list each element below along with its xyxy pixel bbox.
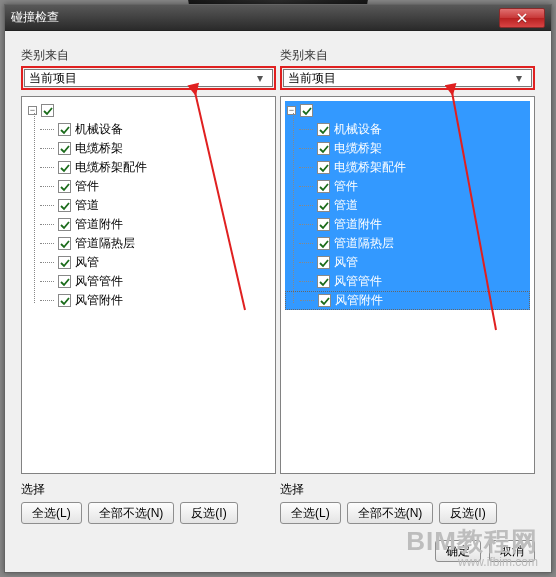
tree-root[interactable]: −: [285, 101, 530, 120]
tree-item[interactable]: 机械设备: [285, 120, 530, 139]
checkbox[interactable]: [58, 180, 71, 193]
checkbox[interactable]: [58, 161, 71, 174]
tree-item-label: 管道隔热层: [75, 235, 135, 252]
tree-item[interactable]: 管道: [26, 196, 271, 215]
tree-branch-icon: [299, 205, 313, 206]
tree-root[interactable]: −: [26, 101, 271, 120]
close-button[interactable]: [499, 8, 545, 28]
checkbox[interactable]: [58, 275, 71, 288]
chevron-down-icon: ▾: [252, 70, 268, 86]
checkbox[interactable]: [317, 218, 330, 231]
select-all-button-right[interactable]: 全选(L): [280, 502, 341, 524]
tree-item[interactable]: 机械设备: [26, 120, 271, 139]
tree-branch-icon: [299, 186, 313, 187]
cancel-button[interactable]: 取消: [489, 540, 535, 562]
tree-item[interactable]: 风管: [285, 253, 530, 272]
tree-item-label: 管道附件: [334, 216, 382, 233]
checkbox[interactable]: [317, 142, 330, 155]
select-none-button-left[interactable]: 全部不选(N): [88, 502, 175, 524]
tree-item-label: 管道: [334, 197, 358, 214]
tree-item[interactable]: 管道隔热层: [26, 234, 271, 253]
tree-item-label: 机械设备: [75, 121, 123, 138]
source-combo-left[interactable]: 当前项目 ▾: [24, 69, 273, 87]
chevron-down-icon: ▾: [511, 70, 527, 86]
source-label-left: 类别来自: [21, 47, 276, 64]
tree-item[interactable]: 风管附件: [285, 291, 530, 310]
select-label-left: 选择: [21, 481, 276, 498]
tree-branch-icon: [299, 224, 313, 225]
select-all-button-left[interactable]: 全选(L): [21, 502, 82, 524]
ok-button[interactable]: 确定: [435, 540, 481, 562]
tree-line: [293, 113, 294, 303]
checkbox[interactable]: [318, 294, 331, 307]
checkbox[interactable]: [58, 142, 71, 155]
tree-item[interactable]: 风管附件: [26, 291, 271, 310]
tree-item-label: 电缆桥架: [334, 140, 382, 157]
left-panel: 类别来自 当前项目 ▾ −机械设备电缆桥架电缆桥架配件管件管道管道附件管道隔热层…: [21, 47, 276, 524]
tree-item[interactable]: 管件: [26, 177, 271, 196]
select-invert-button-right[interactable]: 反选(I): [439, 502, 496, 524]
checkbox[interactable]: [58, 199, 71, 212]
tree-branch-icon: [299, 243, 313, 244]
tree-item-label: 机械设备: [334, 121, 382, 138]
tree-branch-icon: [300, 300, 314, 301]
tree-branch-icon: [40, 243, 54, 244]
tree-branch-icon: [299, 129, 313, 130]
checkbox[interactable]: [58, 237, 71, 250]
checkbox[interactable]: [317, 256, 330, 269]
checkbox[interactable]: [41, 104, 54, 117]
window-title: 碰撞检查: [11, 9, 499, 26]
tree-branch-icon: [40, 205, 54, 206]
tree-item-label: 风管管件: [334, 273, 382, 290]
select-invert-button-left[interactable]: 反选(I): [180, 502, 237, 524]
tree-item[interactable]: 管道: [285, 196, 530, 215]
source-label-right: 类别来自: [280, 47, 535, 64]
checkbox[interactable]: [58, 294, 71, 307]
category-tree-right[interactable]: −机械设备电缆桥架电缆桥架配件管件管道管道附件管道隔热层风管风管管件风管附件: [280, 96, 535, 474]
tree-branch-icon: [299, 281, 313, 282]
tree-item-label: 风管附件: [75, 292, 123, 309]
tree-item[interactable]: 管道附件: [285, 215, 530, 234]
category-tree-left[interactable]: −机械设备电缆桥架电缆桥架配件管件管道管道附件管道隔热层风管风管管件风管附件: [21, 96, 276, 474]
tree-item[interactable]: 电缆桥架配件: [26, 158, 271, 177]
checkbox[interactable]: [317, 180, 330, 193]
tree-item-label: 风管: [75, 254, 99, 271]
tree-item[interactable]: 电缆桥架配件: [285, 158, 530, 177]
tree-item[interactable]: 管道附件: [26, 215, 271, 234]
checkbox[interactable]: [317, 161, 330, 174]
select-none-button-right[interactable]: 全部不选(N): [347, 502, 434, 524]
tree-branch-icon: [40, 300, 54, 301]
tree-item[interactable]: 风管管件: [285, 272, 530, 291]
tree-item[interactable]: 电缆桥架: [26, 139, 271, 158]
dialog-footer: 确定 取消: [435, 540, 535, 562]
source-combo-right[interactable]: 当前项目 ▾: [283, 69, 532, 87]
checkbox[interactable]: [317, 275, 330, 288]
expand-icon[interactable]: −: [287, 106, 296, 115]
tree-item-label: 管道附件: [75, 216, 123, 233]
combo-highlight-right: 当前项目 ▾: [280, 66, 535, 90]
tree-item-label: 电缆桥架配件: [334, 159, 406, 176]
combo-value-right: 当前项目: [288, 70, 336, 87]
tree-item-label: 风管: [334, 254, 358, 271]
checkbox[interactable]: [58, 256, 71, 269]
checkbox[interactable]: [300, 104, 313, 117]
tree-branch-icon: [40, 167, 54, 168]
tree-item[interactable]: 管道隔热层: [285, 234, 530, 253]
tree-branch-icon: [40, 224, 54, 225]
tree-item[interactable]: 管件: [285, 177, 530, 196]
tree-item[interactable]: 电缆桥架: [285, 139, 530, 158]
checkbox[interactable]: [58, 218, 71, 231]
tree-item[interactable]: 风管: [26, 253, 271, 272]
checkbox[interactable]: [317, 199, 330, 212]
tree-branch-icon: [40, 262, 54, 263]
expand-icon[interactable]: −: [28, 106, 37, 115]
combo-highlight-left: 当前项目 ▾: [21, 66, 276, 90]
tree-item-label: 管件: [334, 178, 358, 195]
tree-item[interactable]: 风管管件: [26, 272, 271, 291]
tree-item-label: 风管管件: [75, 273, 123, 290]
checkbox[interactable]: [317, 123, 330, 136]
right-panel: 类别来自 当前项目 ▾ −机械设备电缆桥架电缆桥架配件管件管道管道附件管道隔热层…: [280, 47, 535, 524]
checkbox[interactable]: [317, 237, 330, 250]
dialog-window: 碰撞检查 类别来自 当前项目 ▾ −机械设备电缆桥架电缆桥架配件管件管道管道附件…: [4, 4, 552, 573]
checkbox[interactable]: [58, 123, 71, 136]
